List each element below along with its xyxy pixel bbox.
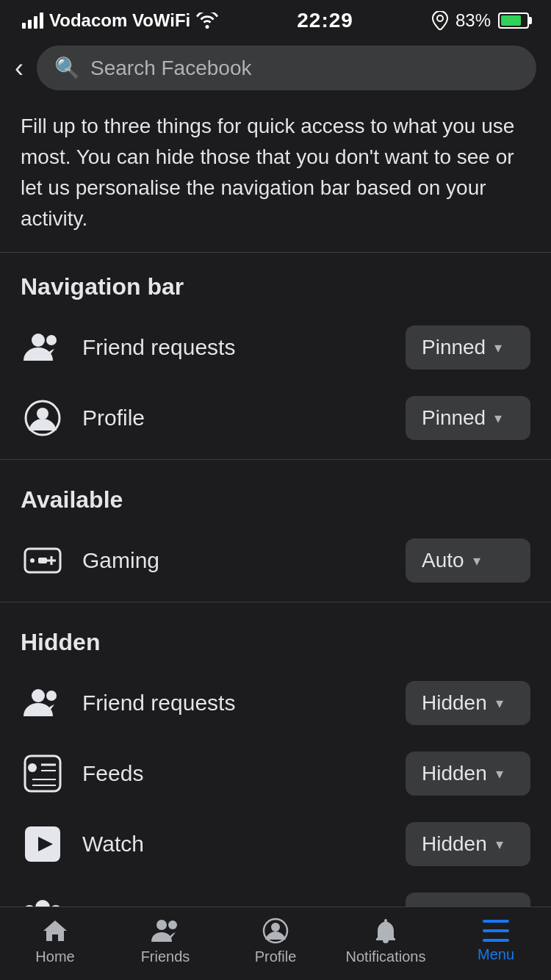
- gaming-auto-status: Auto: [422, 549, 464, 572]
- status-right: 83%: [432, 10, 529, 31]
- nav-item-friend-requests-pinned: Friend requests Pinned ▾: [0, 312, 551, 383]
- tab-notifications-label: Notifications: [346, 948, 426, 965]
- chevron-down-icon: ▾: [496, 765, 503, 782]
- friend-requests-hidden-dropdown[interactable]: Hidden ▾: [406, 681, 530, 725]
- svg-point-11: [46, 691, 57, 701]
- gaming-icon: [21, 538, 65, 583]
- chevron-down-icon: ▾: [494, 409, 502, 427]
- tab-friends-label: Friends: [141, 948, 190, 965]
- feeds-icon: [21, 752, 65, 796]
- profile-pinned-status: Pinned: [422, 406, 486, 430]
- nav-item-feeds-hidden: Feeds Hidden ▾: [0, 738, 551, 809]
- section-header-hidden: Hidden: [0, 608, 551, 668]
- tab-menu-label: Menu: [478, 946, 514, 963]
- bell-icon: [373, 918, 398, 944]
- svg-rect-28: [483, 929, 509, 932]
- svg-point-13: [28, 763, 37, 772]
- friends-tab-icon: [151, 918, 180, 944]
- time-display: 22:29: [297, 9, 353, 32]
- tab-home[interactable]: Home: [0, 912, 110, 976]
- nav-item-gaming-auto: Gaming Auto ▾: [0, 525, 551, 596]
- profile-pinned-label: Profile: [82, 406, 388, 430]
- back-button[interactable]: ‹: [15, 53, 24, 84]
- carrier-info: Vodacom VoWiFi: [22, 10, 218, 31]
- friends-icon: [21, 681, 65, 725]
- gaming-auto-label: Gaming: [82, 548, 388, 573]
- svg-rect-29: [483, 939, 509, 942]
- carrier-name: Vodacom VoWiFi: [49, 10, 190, 31]
- profile-icon: [21, 396, 65, 440]
- tab-menu[interactable]: Menu: [441, 914, 551, 973]
- profile-tab-icon: [262, 918, 289, 944]
- search-bar-row: ‹ 🔍 Search Facebook: [0, 38, 551, 99]
- friend-requests-pinned-dropdown[interactable]: Pinned ▾: [406, 325, 530, 370]
- feeds-hidden-dropdown[interactable]: Hidden ▾: [406, 752, 530, 796]
- divider-2: [0, 602, 551, 602]
- friend-requests-pinned-status: Pinned: [422, 336, 486, 359]
- profile-pinned-dropdown[interactable]: Pinned ▾: [406, 396, 530, 440]
- home-icon: [42, 918, 68, 944]
- menu-icon: [483, 920, 509, 942]
- status-bar: Vodacom VoWiFi 22:29 83%: [0, 0, 551, 38]
- nav-item-watch-hidden: Watch Hidden ▾: [0, 809, 551, 879]
- feeds-hidden-status: Hidden: [422, 762, 487, 785]
- friend-requests-hidden-label: Friend requests: [82, 691, 388, 716]
- svg-point-1: [32, 334, 45, 347]
- svg-point-24: [168, 920, 177, 929]
- bottom-nav: Home Friends Profile: [0, 907, 551, 980]
- tab-notifications[interactable]: Notifications: [331, 912, 441, 976]
- friends-icon: [21, 325, 65, 370]
- watch-icon: [21, 822, 65, 866]
- divider-1: [0, 459, 551, 460]
- intro-text: Fill up to three things for quick access…: [0, 99, 551, 253]
- svg-point-23: [156, 920, 167, 930]
- svg-point-10: [32, 689, 45, 702]
- svg-point-26: [271, 923, 280, 932]
- search-bar[interactable]: 🔍 Search Facebook: [37, 46, 536, 90]
- nav-item-friend-requests-hidden: Friend requests Hidden ▾: [0, 668, 551, 738]
- tab-home-label: Home: [35, 948, 74, 965]
- tab-profile-label: Profile: [255, 948, 297, 965]
- battery-percent: 83%: [455, 10, 491, 31]
- tab-friends[interactable]: Friends: [110, 912, 220, 976]
- feeds-hidden-label: Feeds: [82, 761, 388, 786]
- section-header-available: Available: [0, 466, 551, 525]
- chevron-down-icon: ▾: [496, 694, 503, 712]
- search-icon: 🔍: [54, 56, 80, 80]
- location-icon: [432, 11, 448, 30]
- watch-hidden-dropdown[interactable]: Hidden ▾: [406, 822, 530, 866]
- section-header-navigation-bar: Navigation bar: [0, 253, 551, 312]
- svg-point-9: [30, 558, 35, 563]
- main-content: Fill up to three things for quick access…: [0, 99, 551, 950]
- friend-requests-pinned-label: Friend requests: [82, 335, 388, 360]
- chevron-down-icon: ▾: [496, 835, 503, 853]
- chevron-down-icon: ▾: [494, 339, 502, 356]
- gaming-auto-dropdown[interactable]: Auto ▾: [406, 538, 530, 583]
- signal-icon: [22, 12, 43, 29]
- svg-point-0: [437, 15, 443, 21]
- tab-profile[interactable]: Profile: [220, 912, 331, 976]
- svg-point-4: [37, 408, 48, 419]
- svg-point-2: [46, 335, 57, 345]
- watch-hidden-label: Watch: [82, 832, 388, 857]
- svg-rect-6: [38, 558, 47, 563]
- wifi-icon: [196, 12, 218, 29]
- friend-requests-hidden-status: Hidden: [422, 691, 487, 715]
- search-placeholder: Search Facebook: [90, 57, 251, 80]
- battery-icon: [498, 12, 529, 29]
- nav-item-profile-pinned: Profile Pinned ▾: [0, 383, 551, 453]
- svg-rect-27: [483, 920, 509, 923]
- chevron-down-icon: ▾: [473, 552, 480, 569]
- watch-hidden-status: Hidden: [422, 832, 487, 856]
